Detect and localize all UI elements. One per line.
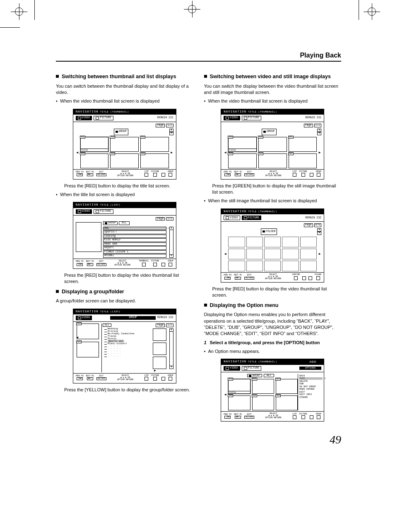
nav-left[interactable]: ◀ — [224, 393, 227, 396]
heading-group-folder: Displaying a group/folder — [56, 288, 193, 296]
scrollbar[interactable]: ▲▼ — [169, 328, 173, 369]
thumbnail[interactable]: NEW — [289, 137, 317, 152]
nav-left[interactable]: ◀ — [224, 252, 227, 256]
option-item[interactable]: OTHERS — [299, 396, 323, 399]
screenshot-nav-group: NAVIGATIONTITLE (LIST) VIDEO GROUP REMAI… — [73, 309, 176, 383]
scrollbar[interactable]: ▲▼ — [169, 227, 173, 258]
nav-right[interactable]: ▶ — [153, 369, 156, 372]
section-header: Playing Back — [56, 52, 341, 62]
thumbnail[interactable]: NEW — [252, 379, 274, 394]
thumbnail[interactable]: NEW — [276, 379, 298, 394]
group-button[interactable]: GROUP — [247, 374, 262, 378]
thumbnail[interactable]: NEW — [228, 395, 250, 410]
caption: Press the [RED] button to display the vi… — [64, 272, 193, 285]
heading-switch-video-still: Switching between video and still image … — [204, 73, 342, 81]
paragraph: You can switch between the thumbnail dis… — [56, 83, 193, 96]
paragraph: You can switch the display between the v… — [204, 83, 342, 96]
page-number: 49 — [56, 433, 341, 446]
scrollbar[interactable]: ▲▼ — [317, 129, 321, 135]
group-button[interactable]: GROUP — [262, 129, 277, 135]
bullet: When the still image thumbnail list scre… — [204, 198, 342, 204]
thumbnail[interactable]: NEW — [110, 137, 139, 152]
tab-picture[interactable]: PICTURE — [94, 209, 113, 214]
list-item[interactable]: News AAA — [103, 242, 166, 246]
tab-video[interactable]: VIDEO — [76, 209, 92, 214]
thumbnail[interactable]: NEW — [140, 153, 169, 168]
thumbnail[interactable] — [153, 328, 166, 341]
thumbnail[interactable]: NEW — [77, 324, 99, 339]
paragraph: Displaying the Option menu enables you t… — [204, 312, 342, 337]
tab-picture[interactable]: PICTURE — [242, 216, 261, 220]
thumbnail[interactable]: NEW — [258, 137, 287, 152]
thumbnail[interactable]: NEWtitle — [228, 379, 250, 394]
thumbnail[interactable]: NEW — [289, 153, 317, 168]
group-header: GROUP — [110, 316, 155, 320]
list-item[interactable]: Cooking — [103, 235, 166, 238]
remain-label: REMAIN 231 — [157, 117, 173, 120]
screenshot-nav-thumbnail-right: NAVIGATIONTITLE (THUMBNAIL) VIDEO PICTUR… — [221, 109, 324, 180]
tab-picture[interactable]: PICTURE — [242, 366, 261, 371]
thumbnail[interactable] — [228, 237, 245, 247]
heading-option-menu: Displaying the Option menu — [204, 302, 342, 309]
tab-video[interactable]: VIDEO — [76, 116, 92, 120]
thumbnail[interactable]: NEW — [77, 342, 99, 357]
option-item[interactable]: PLAY — [299, 377, 323, 380]
all-button[interactable]: ALL — [103, 324, 111, 327]
list-item[interactable]: Report — [103, 246, 166, 250]
thumbnail[interactable]: NEW — [110, 153, 139, 168]
list-item[interactable]: ABC — [103, 227, 166, 230]
thumbnail[interactable]: NEW — [228, 153, 257, 168]
caption: Press the [RED] button to display the vi… — [212, 286, 342, 299]
page-box: Page — [156, 124, 165, 127]
folder-button[interactable]: FOLDER — [261, 228, 277, 235]
group-button[interactable]: GROUP — [103, 221, 118, 225]
list-item[interactable]: Animal — [103, 254, 166, 258]
nav-right[interactable]: ▶ — [318, 252, 321, 256]
caption: Press the [RED] button to display the ti… — [64, 183, 193, 189]
preview-box — [76, 222, 101, 252]
tab-video[interactable]: VIDEO — [224, 216, 240, 220]
options-panel: BACK PLAY DELETE DUB DO NOT GROUP MODE C… — [298, 374, 324, 411]
scrollbar[interactable]: ▲▼ — [317, 228, 321, 235]
bullet: When the video thumbnail list screen is … — [56, 98, 193, 104]
list-item[interactable]: FLOWER LESSON 1 — [103, 250, 166, 254]
bullet: An Option menu appears. — [204, 348, 342, 355]
list-item[interactable]: KIDS WORLD — [103, 238, 166, 242]
list-item[interactable]: Sports!! — [103, 230, 166, 234]
thumbnail[interactable]: NEW — [276, 395, 298, 410]
tab-video[interactable]: VIDEO — [224, 116, 240, 120]
thumbnail[interactable]: NEW — [258, 153, 287, 168]
step-1: 1Select a title/group, and press the [OP… — [204, 340, 342, 346]
paragraph: A group/folder screen can be displayed. — [56, 298, 193, 304]
screenshot-nav-options: NAVIGATIONTITLE (THUMBNAIL) HDD VIDEO PI… — [221, 359, 324, 422]
remain-label: REMAIN 232 — [157, 316, 173, 319]
screenshot-nav-thumbnail: NAVIGATIONTITLE (THUMBNAIL) VIDEO PICTUR… — [73, 109, 176, 180]
thumbnail[interactable] — [153, 343, 166, 355]
bullet: When the title list screen is displayed — [56, 192, 193, 198]
screenshot-nav-picture: NAVIGATIONTITLE (THUMBNAIL) VIDEO PICTUR… — [221, 208, 324, 283]
thumbnail[interactable]: NEW — [252, 395, 274, 410]
tab-picture[interactable]: PICTURE — [94, 116, 113, 120]
thumbnail[interactable]: NEW — [80, 153, 109, 168]
thumbnail[interactable]: NEW — [140, 137, 169, 152]
right-column: Switching between video and still image … — [204, 70, 342, 425]
nav-left[interactable]: ◀ — [224, 151, 227, 154]
thumbnail[interactable]: NEWtitle — [228, 137, 257, 152]
nav-right[interactable]: ▶ — [318, 151, 321, 154]
left-column: Switching between thumbnail and list dis… — [56, 70, 193, 425]
group-button[interactable]: GROUP — [114, 129, 129, 135]
thumbnail[interactable]: NEWtitle — [80, 137, 109, 152]
all-button[interactable]: ALL — [119, 221, 130, 225]
heading-switch-thumb-list: Switching between thumbnail and list dis… — [56, 73, 193, 81]
tab-picture[interactable]: PICTURE — [242, 116, 261, 120]
scrollbar[interactable]: ▲▼ — [169, 129, 173, 135]
screenshot-nav-list: NAVIGATIONTITLE (LIST) VIDEO PICTURE Pag… — [73, 202, 176, 269]
shot-footer: PREV PG|◄◄ NEXT PG►►| EXITRETURN SELECT◄… — [73, 169, 176, 179]
thumbnail[interactable] — [153, 357, 166, 369]
all-button[interactable]: ALL — [264, 374, 275, 378]
caption: Press the [YELLOW] button to display the… — [64, 387, 193, 393]
tab-video[interactable]: VIDEO — [76, 316, 92, 320]
nav-left[interactable]: ◀ — [76, 151, 79, 154]
nav-right[interactable]: ▶ — [170, 151, 173, 154]
tab-video[interactable]: VIDEO — [224, 366, 240, 371]
